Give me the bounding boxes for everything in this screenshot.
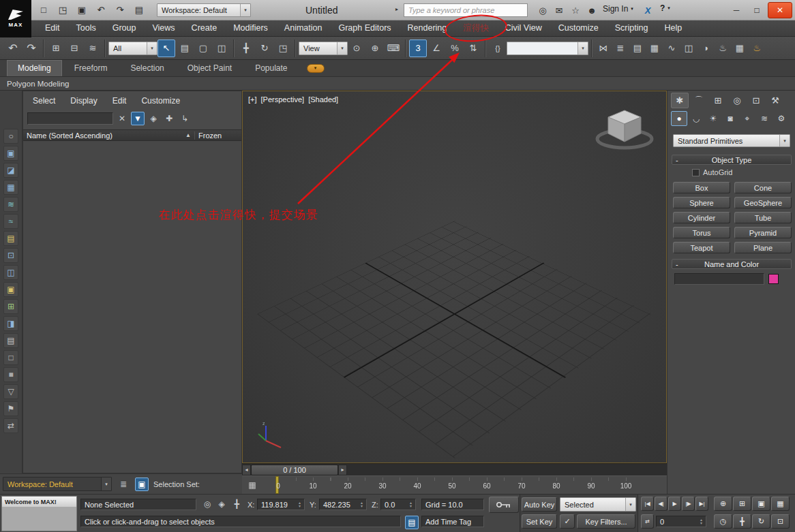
tube-button[interactable]: Tube (734, 212, 792, 223)
viewport-shading-menu[interactable]: [Shaded] (308, 95, 338, 104)
key-filters-button[interactable]: Key Filters... (577, 514, 635, 529)
autogrid-checkbox[interactable] (692, 169, 700, 176)
angle-snap-icon[interactable]: ∠ (427, 40, 445, 57)
menu-item-rendering[interactable]: Rendering (400, 20, 455, 36)
geosphere-button[interactable]: GeoSphere (734, 197, 792, 208)
frozen-column-header[interactable]: Frozen (195, 131, 241, 140)
time-slider-track[interactable]: ◂ 0 / 100 ▸ (242, 463, 667, 475)
next-frame-arrow[interactable]: ▸ (338, 465, 347, 475)
snaps-toggle-icon[interactable]: 3 (409, 40, 427, 57)
align-icon[interactable]: ≣ (612, 40, 629, 57)
se-menu-customize[interactable]: Customize (136, 95, 185, 107)
spinner-icon[interactable] (299, 501, 301, 508)
select-by-name-icon[interactable]: ▤ (176, 40, 194, 57)
reference-coordsys-dropdown[interactable]: View (299, 42, 348, 55)
spacewarps-subtab[interactable]: ≋ (756, 111, 772, 126)
helpers-subtab[interactable]: ⌖ (739, 111, 755, 126)
ribbon-tab-freeform[interactable]: Freeform (63, 60, 119, 76)
se-display-containers-icon[interactable]: ⊞ (3, 299, 18, 314)
welcome-window[interactable]: Welcome to MAX! (1, 496, 77, 531)
create-tab[interactable]: ✱ (671, 93, 689, 108)
se-display-cameras-icon[interactable]: ≋ (3, 197, 18, 212)
play-icon[interactable]: ▶ (668, 497, 681, 511)
undo-icon[interactable]: ↶ (93, 2, 109, 17)
selection-filter-icon[interactable]: ▼ (131, 112, 145, 125)
se-flag-icon[interactable]: ⚑ (3, 401, 18, 416)
current-frame-field[interactable]: 0 (656, 516, 706, 527)
clear-search-icon[interactable]: ✕ (115, 112, 129, 125)
se-display-xrefs-icon[interactable]: ◫ (3, 265, 18, 280)
scene-explorer-search-input[interactable] (27, 112, 113, 125)
menu-item-modifiers[interactable]: Modifiers (225, 20, 276, 36)
se-display-helpers-icon[interactable]: ≈ (3, 214, 18, 229)
close-button[interactable]: ✕ (768, 2, 792, 18)
plane-button[interactable]: Plane (734, 242, 792, 253)
zoom-icon[interactable]: ⊕ (714, 497, 732, 511)
se-display-geometry-icon[interactable]: ▣ (3, 146, 18, 161)
selection-filter-dropdown[interactable]: All (108, 42, 158, 55)
select-and-scale-icon[interactable]: ◳ (274, 40, 292, 57)
viewcube[interactable] (592, 104, 657, 158)
render-production-icon[interactable]: ♨ (749, 40, 765, 57)
default-tangents-icon[interactable]: ✓ (560, 514, 575, 529)
open-file-icon[interactable]: ◳ (55, 2, 71, 17)
lock-explorer-icon[interactable]: ◈ (147, 112, 160, 125)
polygon-modeling-panel-label[interactable]: Polygon Modeling (7, 80, 69, 88)
track-bar-toggle-icon[interactable]: ▦ (246, 479, 258, 491)
maxscript-listener-icon[interactable]: ▤ (405, 516, 419, 529)
add-child-icon[interactable]: ↳ (178, 112, 192, 125)
window-crossing-icon[interactable]: ◫ (213, 40, 230, 57)
restore-button[interactable]: □ (747, 3, 766, 18)
workspace-dropdown[interactable]: Workspace: Default (157, 3, 251, 17)
spinner-snap-icon[interactable]: ⇅ (464, 40, 482, 57)
curve-editor-icon[interactable]: ∿ (663, 40, 680, 57)
se-menu-edit[interactable]: Edit (107, 95, 132, 107)
workspace-selector-dropdown[interactable]: Workspace: Default (3, 477, 112, 491)
menu-item-render-plugin[interactable]: 渲得快 (455, 20, 497, 36)
y-coord-field[interactable]: 482.235 (319, 499, 367, 510)
menu-item-group[interactable]: Group (104, 20, 145, 36)
name-column-header[interactable]: Name (Sorted Ascending) ▲ (23, 131, 195, 140)
select-and-move-icon[interactable]: ╋ (237, 40, 255, 57)
menu-item-tools[interactable]: Tools (68, 20, 104, 36)
add-time-tag-field[interactable]: Add Time Tag (421, 516, 484, 527)
menu-item-graph-editors[interactable]: Graph Editors (330, 20, 399, 36)
next-frame-icon[interactable]: |▶ (682, 497, 695, 511)
exchange-apps-icon[interactable]: X (640, 3, 656, 18)
object-type-rollout-header[interactable]: - Object Type (672, 155, 792, 165)
undo-icon[interactable]: ↶ (4, 40, 22, 57)
se-display-materials-icon[interactable]: ◨ (3, 316, 18, 331)
hierarchy-tab[interactable]: ⊞ (709, 93, 727, 108)
select-object-icon[interactable]: ↖ (158, 40, 175, 57)
shapes-subtab[interactable]: ◡ (688, 111, 704, 126)
sphere-button[interactable]: Sphere (673, 197, 730, 208)
pick-parent-icon[interactable]: ✚ (162, 112, 176, 125)
ribbon-tab-selection[interactable]: Selection (119, 60, 175, 76)
previous-frame-icon[interactable]: ◀| (655, 497, 668, 511)
geometry-subtab[interactable]: ● (671, 111, 687, 126)
menu-item-help[interactable]: Help (656, 20, 690, 36)
percent-snap-icon[interactable]: % (446, 40, 464, 57)
viewport-general-menu[interactable]: [+] (248, 95, 257, 104)
sign-in-button[interactable]: Sign In ▾ (603, 4, 633, 14)
time-slider-button[interactable]: 0 / 100 (251, 465, 338, 475)
se-display-groups-icon[interactable]: ⊡ (3, 248, 18, 263)
display-tab[interactable]: ⊡ (747, 93, 765, 108)
menu-item-animation[interactable]: Animation (276, 20, 331, 36)
se-find-icon[interactable]: ○ (3, 129, 18, 144)
menu-item-edit[interactable]: Edit (37, 20, 68, 36)
selection-lock-icon[interactable]: ◈ (215, 498, 228, 510)
spinner-icon[interactable] (361, 501, 363, 508)
menu-item-views[interactable]: Views (144, 20, 183, 36)
orbit-icon[interactable]: ↻ (752, 514, 770, 529)
auto-key-button[interactable]: Auto Key (522, 497, 557, 512)
ribbon-tab-modeling[interactable]: Modeling (7, 60, 62, 76)
object-color-swatch[interactable] (768, 274, 779, 284)
se-display-bones-icon[interactable]: ▣ (3, 282, 18, 297)
selection-set-dropdown[interactable]: Selected (560, 497, 636, 512)
help-menu-button[interactable]: ? ▾ (660, 3, 670, 13)
zoom-extents-all-icon[interactable]: ▦ (771, 497, 790, 511)
select-and-rotate-icon[interactable]: ↻ (256, 40, 273, 57)
new-scene-icon[interactable]: □ (35, 2, 52, 17)
perspective-viewport[interactable]: [+] [Perspective] [Shaded] z (242, 91, 667, 463)
